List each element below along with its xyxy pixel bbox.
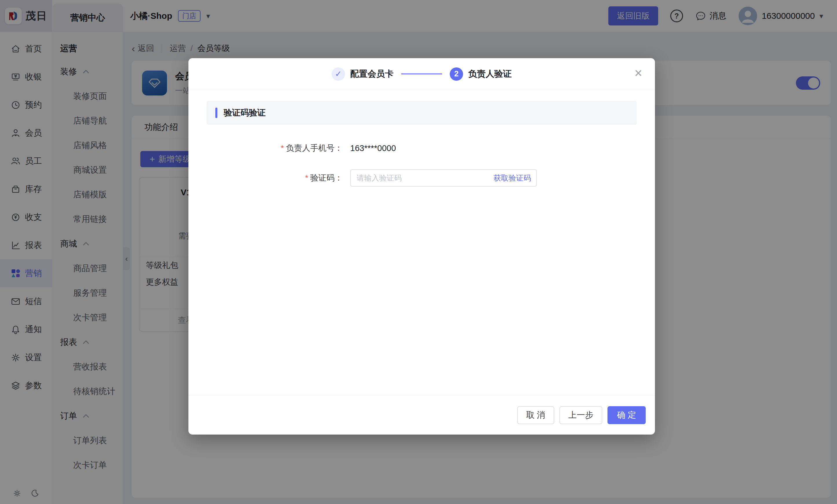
- step-number-badge: 2: [450, 67, 463, 81]
- step-owner-verify: 2 负责人验证: [450, 67, 512, 81]
- phone-label: *负责人手机号：: [207, 143, 343, 154]
- step-label: 负责人验证: [468, 68, 512, 80]
- step-label: 配置会员卡: [350, 68, 394, 80]
- required-star: *: [305, 173, 308, 182]
- verification-form: *负责人手机号： 163****0000 *验证码： 获取验证码: [207, 143, 637, 186]
- step-done-check-icon: ✓: [332, 67, 345, 81]
- modal-header: ✓ 配置会员卡 2 负责人验证 ×: [189, 58, 655, 90]
- code-row: *验证码： 获取验证码: [207, 169, 637, 186]
- modal-footer: 取 消 上一步 确 定: [189, 395, 655, 435]
- required-star: *: [281, 144, 284, 152]
- code-input[interactable]: [351, 170, 494, 186]
- cancel-button[interactable]: 取 消: [517, 406, 554, 424]
- close-icon[interactable]: ×: [635, 66, 642, 79]
- phone-value: 163****0000: [350, 144, 396, 153]
- code-label: *验证码：: [207, 173, 343, 183]
- section-accent-bar: [215, 108, 217, 118]
- step-configure-card: ✓ 配置会员卡: [332, 67, 394, 81]
- previous-step-button[interactable]: 上一步: [559, 406, 602, 424]
- modal-body: 验证码验证 *负责人手机号： 163****0000 *验证码： 获取验证码: [189, 90, 655, 186]
- verification-modal: ✓ 配置会员卡 2 负责人验证 × 验证码验证 *负责人手机号： 163****…: [189, 58, 655, 435]
- confirm-button[interactable]: 确 定: [607, 406, 646, 424]
- code-input-wrap: 获取验证码: [350, 169, 537, 186]
- section-title: 验证码验证: [224, 107, 266, 119]
- section-header: 验证码验证: [207, 101, 637, 125]
- phone-row: *负责人手机号： 163****0000: [207, 143, 637, 154]
- get-code-link[interactable]: 获取验证码: [494, 173, 536, 183]
- step-connector: [401, 73, 442, 74]
